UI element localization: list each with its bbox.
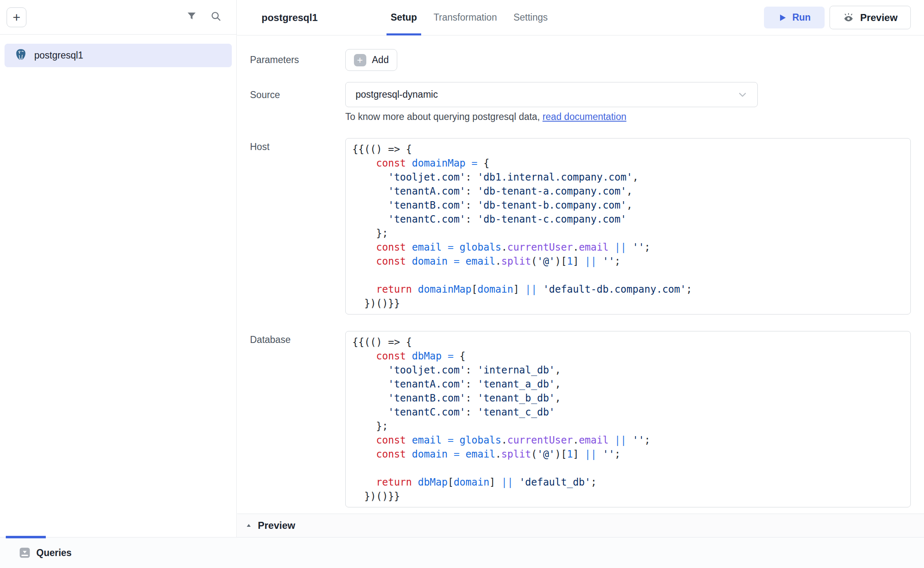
host-row: Host {{(() => { const domainMap = { 'too… <box>250 138 924 315</box>
sidebar-header: + <box>0 0 236 35</box>
queries-label: Queries <box>36 547 72 559</box>
source-select-value: postgresql-dynamic <box>356 89 438 100</box>
database-label: Database <box>250 331 345 507</box>
query-list: postgresql1 <box>0 35 236 76</box>
read-documentation-link[interactable]: read documentation <box>542 111 626 122</box>
run-button[interactable]: Run <box>764 7 825 28</box>
query-editor-panel: postgresql1 Setup Transformation Setting… <box>237 0 924 514</box>
host-code-editor[interactable]: {{(() => { const domainMap = { 'tooljet.… <box>345 138 911 315</box>
eye-icon <box>843 12 854 23</box>
preview-button-label: Preview <box>860 12 898 23</box>
search-queries-button[interactable] <box>210 11 222 23</box>
source-field: postgresql-dynamic To know more about qu… <box>345 82 758 122</box>
query-list-item-postgresql1[interactable]: postgresql1 <box>5 44 232 67</box>
preview-button[interactable]: Preview <box>830 6 911 29</box>
parameters-label: Parameters <box>250 54 345 66</box>
add-query-button[interactable]: + <box>7 7 26 27</box>
setup-form: Parameters + Add Source postgresql-dynam… <box>237 49 924 507</box>
run-button-label: Run <box>792 12 811 23</box>
tab-transformation[interactable]: Transformation <box>429 0 501 35</box>
app-footer: Queries <box>0 537 924 568</box>
triangle-up-icon <box>245 522 252 529</box>
chevron-down-icon <box>738 90 747 100</box>
database-code-editor[interactable]: {{(() => { const dbMap = { 'tooljet.com'… <box>345 331 911 507</box>
play-icon <box>778 13 787 22</box>
add-parameter-button[interactable]: + Add <box>345 49 397 71</box>
source-help-text: To know more about querying postgresql d… <box>345 111 758 122</box>
source-select[interactable]: postgresql-dynamic <box>345 82 758 107</box>
tab-setup[interactable]: Setup <box>387 0 421 35</box>
parameters-row: Parameters + Add <box>250 49 924 71</box>
header-actions: Run Preview <box>764 0 911 35</box>
add-parameter-label: Add <box>372 54 389 66</box>
query-sidebar: + postgresql1 <box>0 0 237 537</box>
host-label: Host <box>250 138 345 315</box>
queries-panel-toggle[interactable]: Queries <box>19 547 72 559</box>
search-icon <box>210 11 222 23</box>
queries-active-indicator <box>6 536 46 538</box>
tab-settings[interactable]: Settings <box>509 0 552 35</box>
database-row: Database {{(() => { const dbMap = { 'too… <box>250 331 924 507</box>
source-help-prefix: To know more about querying postgresql d… <box>345 111 542 122</box>
postgresql-icon <box>14 48 27 63</box>
funnel-icon <box>186 11 197 23</box>
source-row: Source postgresql-dynamic To know more a… <box>250 82 924 122</box>
editor-tabs: Setup Transformation Settings <box>387 0 552 35</box>
source-label: Source <box>250 82 345 101</box>
query-item-label: postgresql1 <box>34 50 83 61</box>
plus-icon: + <box>354 54 366 66</box>
plus-icon: + <box>13 11 21 24</box>
preview-section-label: Preview <box>258 520 295 531</box>
filter-queries-button[interactable] <box>186 11 197 23</box>
query-editor-header: postgresql1 Setup Transformation Setting… <box>237 0 924 35</box>
preview-section-toggle[interactable]: Preview <box>237 514 924 537</box>
query-title: postgresql1 <box>262 12 318 23</box>
bottom-panel-icon <box>19 547 31 559</box>
